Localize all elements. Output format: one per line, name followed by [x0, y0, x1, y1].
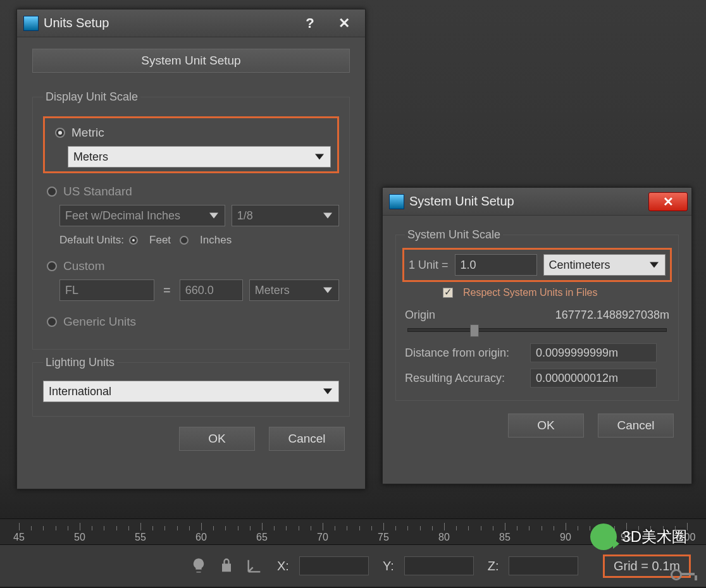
close-button[interactable]: ✕ — [327, 14, 361, 33]
accuracy-label: Resulting Accuracy: — [405, 372, 525, 385]
y-input[interactable] — [404, 556, 474, 575]
unit-select[interactable]: Centimeters — [543, 254, 666, 276]
distance-readout: 0.0099999999m — [530, 343, 657, 362]
origin-value: 167772.1488927038m — [555, 309, 669, 322]
system-unit-setup-button[interactable]: System Unit Setup — [32, 49, 350, 73]
z-label: Z: — [488, 559, 499, 573]
custom-value-input[interactable]: 660.0 — [180, 279, 243, 301]
app-icon — [23, 16, 39, 31]
z-input[interactable] — [509, 556, 578, 575]
origin-slider[interactable] — [407, 328, 667, 332]
radio-icon[interactable] — [129, 236, 138, 245]
chevron-down-icon — [323, 389, 332, 395]
chevron-down-icon — [209, 213, 218, 219]
unit-prefix-label: 1 Unit = — [409, 259, 449, 272]
default-feet-label: Feet — [149, 234, 171, 247]
us-radio-row[interactable]: US Standard — [47, 185, 339, 199]
chevron-down-icon — [650, 262, 659, 268]
radio-icon[interactable] — [47, 261, 57, 271]
us-select-value: Feet w/Decimal Inches — [65, 209, 180, 223]
generic-label: Generic Units — [63, 315, 136, 329]
ruler-number: 70 — [317, 532, 328, 543]
custom-label: Custom — [63, 259, 104, 273]
ruler-number: 50 — [74, 532, 85, 543]
system-unit-setup-dialog: System Unit Setup ✕ System Unit Scale 1 … — [382, 187, 692, 484]
display-unit-scale-legend: Display Unit Scale — [43, 90, 140, 104]
ruler-number: 45 — [13, 532, 25, 543]
axis-icon[interactable] — [245, 557, 263, 575]
custom-code-value: FL — [65, 284, 78, 297]
lock-icon[interactable] — [218, 557, 235, 575]
us-fraction-value: 1/8 — [237, 209, 253, 223]
close-button[interactable]: ✕ — [648, 192, 688, 211]
unit-row: 1 Unit = 1.0 Centimeters — [405, 250, 669, 279]
system-unit-scale-group: System Unit Scale 1 Unit = 1.0 Centimete… — [395, 228, 679, 401]
radio-icon[interactable] — [47, 187, 57, 197]
custom-unit-value: Meters — [255, 284, 290, 297]
us-label: US Standard — [63, 185, 132, 199]
watermark: 3D美术圈 — [590, 524, 687, 550]
key-icon[interactable] — [671, 567, 698, 583]
metric-select-value: Meters — [73, 150, 108, 164]
radio-icon[interactable] — [180, 236, 189, 245]
metric-radio-row[interactable]: Metric — [55, 126, 331, 140]
chevron-down-icon — [323, 288, 332, 293]
accuracy-readout: 0.0000000012m — [530, 369, 657, 388]
ruler-number: 55 — [135, 532, 146, 543]
unit-value-input[interactable]: 1.0 — [455, 254, 537, 276]
y-label: Y: — [383, 559, 394, 573]
default-units-label: Default Units: — [59, 234, 124, 247]
accuracy-value: 0.0000000012m — [536, 372, 618, 385]
us-select[interactable]: Feet w/Decimal Inches — [59, 205, 225, 226]
distance-value: 0.0099999999m — [536, 346, 618, 360]
status-bar: X: Y: Z: Grid = 0.1m — [0, 545, 706, 587]
help-button[interactable]: ? — [293, 14, 327, 33]
checkbox-icon[interactable] — [443, 288, 453, 298]
slider-thumb-icon[interactable] — [470, 324, 479, 337]
lighting-units-group: Lighting Units International — [32, 356, 350, 417]
system-unit-scale-legend: System Unit Scale — [405, 228, 503, 242]
display-unit-scale-group: Display Unit Scale Metric Meters US Stan… — [32, 90, 350, 350]
dialog-title: System Unit Setup — [409, 194, 648, 209]
radio-icon[interactable] — [47, 317, 57, 327]
custom-code-input[interactable]: FL — [59, 279, 154, 301]
units-setup-dialog: Units Setup ? ✕ System Unit Setup Displa… — [16, 9, 366, 489]
lightbulb-icon[interactable] — [190, 557, 207, 575]
metric-label: Metric — [71, 126, 104, 140]
cancel-button[interactable]: Cancel — [598, 413, 674, 438]
ok-button[interactable]: OK — [179, 427, 255, 451]
distance-label: Distance from origin: — [405, 346, 525, 360]
metric-select[interactable]: Meters — [68, 146, 331, 168]
origin-label: Origin — [405, 309, 435, 322]
lighting-units-legend: Lighting Units — [43, 356, 117, 369]
us-fraction-select[interactable]: 1/8 — [232, 205, 339, 226]
watermark-text: 3D美术圈 — [622, 527, 687, 547]
ok-button[interactable]: OK — [508, 413, 584, 438]
ruler-number: 80 — [438, 532, 450, 543]
dialog-title: Units Setup — [44, 16, 293, 30]
chevron-down-icon — [315, 154, 324, 160]
unit-select-value: Centimeters — [549, 259, 610, 272]
custom-radio-row[interactable]: Custom — [47, 259, 339, 273]
lighting-select-value: International — [49, 385, 111, 398]
ruler-number: 60 — [195, 532, 207, 543]
x-label: X: — [277, 559, 289, 573]
units-titlebar[interactable]: Units Setup ? ✕ — [17, 9, 365, 37]
respect-units-label: Respect System Units in Files — [463, 287, 598, 298]
system-titlebar[interactable]: System Unit Setup ✕ — [383, 188, 691, 216]
lighting-select[interactable]: International — [43, 381, 339, 402]
unit-value: 1.0 — [461, 259, 476, 272]
wechat-icon — [590, 524, 617, 550]
default-inches-label: Inches — [200, 234, 232, 247]
x-input[interactable] — [299, 556, 369, 575]
ruler-number: 85 — [499, 532, 511, 543]
cancel-button[interactable]: Cancel — [269, 427, 345, 451]
generic-radio-row[interactable]: Generic Units — [47, 315, 339, 329]
radio-icon[interactable] — [55, 128, 65, 138]
app-icon — [389, 194, 404, 209]
ruler-number: 75 — [378, 532, 389, 543]
custom-unit-select[interactable]: Meters — [249, 279, 339, 301]
equals-sign: = — [161, 283, 173, 298]
chevron-down-icon — [323, 213, 332, 219]
ruler-number: 65 — [256, 532, 268, 543]
